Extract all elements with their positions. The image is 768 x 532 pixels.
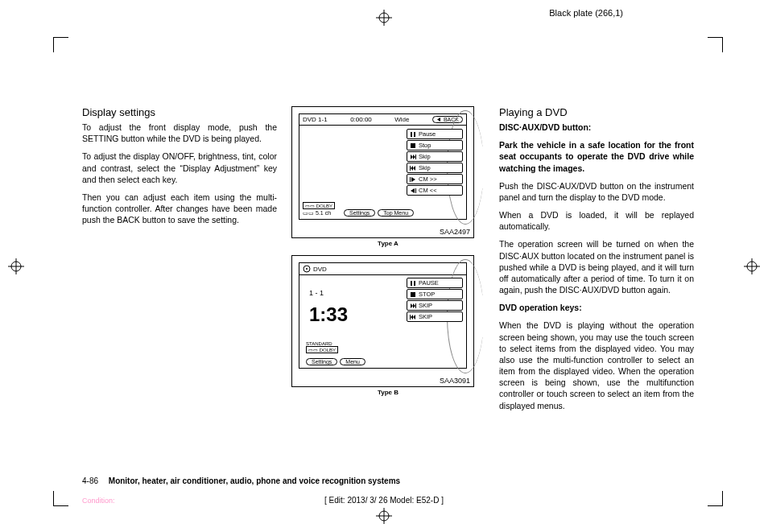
top-menu-button[interactable]: Top Menu (378, 209, 414, 217)
menu-label: PAUSE (419, 279, 439, 287)
svg-rect-15 (415, 155, 416, 159)
back-arrow-icon (436, 117, 442, 122)
figure-b-type: Type B (291, 389, 485, 396)
figure-a-menu: Pause Stop Skip Skip CM >> CM << (407, 129, 463, 196)
menu-label: CM << (419, 187, 437, 194)
track-number: 1 - 1 (309, 289, 324, 297)
cm-back-icon (410, 188, 416, 194)
dolby-badge: ▭▭ DOLBY (303, 202, 335, 209)
menu-cm-fwd[interactable]: CM >> (407, 174, 463, 184)
svg-rect-13 (414, 132, 415, 137)
heading-display-settings: Display settings (82, 106, 277, 118)
figure-b-buttons: Settings Menu (306, 358, 365, 365)
skip-back-icon (410, 165, 416, 171)
menu-skip-back[interactable]: SKIP (407, 311, 463, 322)
para: The operation screen will be turned on w… (499, 238, 694, 295)
menu-label: SKIP (419, 302, 432, 309)
subheading-disc-aux: DISC·AUX/DVD button: (499, 122, 694, 133)
column-figures: DVD 1-1 0:00:00 Wide BACK Pause Stop Ski… (291, 106, 485, 418)
menu-stop[interactable]: Stop (407, 140, 463, 151)
stop-icon (410, 142, 416, 149)
pause-icon (410, 280, 416, 287)
para: To adjust the display ON/OFF, brightness… (82, 151, 277, 185)
menu-label: Stop (419, 142, 431, 149)
figure-a-screen: DVD 1-1 0:00:00 Wide BACK Pause Stop Ski… (299, 113, 467, 220)
dvd-track-label: DVD 1-1 (303, 116, 328, 123)
cm-fwd-icon (410, 176, 416, 183)
figure-a-buttons: Settings Top Menu (344, 209, 414, 217)
column-left: Display settings To adjust the front dis… (82, 106, 277, 418)
channel-label: ▭▭ 5.1 ch (303, 210, 335, 217)
section-title: Monitor, heater, air conditioner, audio,… (109, 476, 400, 485)
page-number: 4-86 (82, 476, 98, 485)
figure-b-screen: DVD 1 - 1 1:33 PAUSE STOP SKIP SKIP STAN… (299, 262, 467, 369)
figure-a-type: Type A (291, 240, 485, 247)
skip-fwd-icon (410, 154, 416, 160)
menu-label: CM >> (419, 175, 437, 183)
edit-line: [ Edit: 2013/ 3/ 26 Model: E52-D ] (0, 496, 768, 505)
disc-icon (303, 265, 311, 273)
page-content: Display settings To adjust the front dis… (82, 106, 694, 418)
registration-mark-top (376, 10, 392, 26)
elapsed-time: 1:33 (309, 303, 348, 326)
para: To adjust the front display mode, push t… (82, 122, 277, 144)
warning-text: Park the vehicle in a safe location for … (499, 139, 694, 174)
menu-skip-back[interactable]: Skip (407, 163, 463, 173)
menu-pause[interactable]: PAUSE (407, 278, 463, 288)
svg-rect-22 (414, 281, 415, 286)
menu-skip-fwd[interactable]: SKIP (407, 300, 463, 311)
menu-button[interactable]: Menu (340, 358, 365, 365)
figure-b-box: DVD 1 - 1 1:33 PAUSE STOP SKIP SKIP STAN… (291, 255, 474, 387)
column-right: Playing a DVD DISC·AUX/DVD button: Park … (499, 106, 694, 418)
skip-back-icon (410, 314, 416, 320)
dvd-time: 0:00:00 (350, 116, 372, 123)
menu-label: Skip (419, 153, 431, 160)
menu-label: Pause (419, 130, 436, 138)
figure-b-header: DVD (299, 263, 466, 275)
svg-rect-14 (411, 143, 415, 148)
menu-cm-back[interactable]: CM << (407, 185, 463, 196)
crop-corner-tr (708, 37, 723, 52)
figure-b-code: SAA3091 (292, 375, 473, 386)
menu-label: STOP (419, 291, 435, 298)
subheading-operation-keys: DVD operation keys: (499, 302, 694, 313)
stop-icon (410, 291, 416, 298)
plate-header: Black plate (266,1) (549, 8, 623, 18)
svg-rect-25 (410, 315, 411, 320)
registration-mark-bottom (376, 508, 392, 524)
figure-a-box: DVD 1-1 0:00:00 Wide BACK Pause Stop Ski… (291, 106, 474, 238)
svg-rect-16 (410, 166, 411, 171)
page-footer: 4-86 Monitor, heater, air conditioner, a… (82, 476, 694, 485)
svg-rect-23 (411, 292, 415, 297)
registration-mark-left (8, 258, 24, 274)
dvd-label: DVD (313, 266, 327, 273)
menu-label: SKIP (419, 313, 432, 320)
settings-button[interactable]: Settings (344, 209, 375, 217)
figure-b-menu: PAUSE STOP SKIP SKIP (407, 278, 463, 323)
svg-rect-21 (411, 281, 412, 286)
menu-stop[interactable]: STOP (407, 289, 463, 299)
menu-pause[interactable]: Pause (407, 129, 463, 139)
heading-playing-dvd: Playing a DVD (499, 106, 694, 118)
para: Push the DISC·AUX/DVD button on the inst… (499, 180, 694, 203)
figure-b-badges: STANDARD ▭▭ DOLBY (306, 341, 338, 353)
menu-skip-fwd[interactable]: Skip (407, 151, 463, 162)
settings-button[interactable]: Settings (306, 358, 337, 365)
svg-point-20 (306, 268, 308, 270)
figure-a-bottom: ▭▭ DOLBY ▭▭ 5.1 ch (303, 202, 335, 217)
svg-rect-24 (415, 303, 416, 308)
svg-rect-17 (410, 177, 411, 182)
figure-a-header: DVD 1-1 0:00:00 Wide BACK (299, 114, 466, 126)
dvd-mode: Wide (394, 116, 409, 123)
para: Then you can adjust each item using the … (82, 192, 277, 226)
crop-corner-tl (53, 37, 68, 52)
para: When a DVD is loaded, it will be replaye… (499, 209, 694, 232)
skip-fwd-icon (410, 303, 416, 309)
pause-icon (410, 131, 416, 138)
menu-label: Skip (419, 164, 431, 171)
svg-rect-12 (411, 132, 412, 137)
figure-a-code: SAA2497 (292, 226, 473, 237)
registration-mark-right (744, 258, 760, 274)
para: When the DVD is playing without the oper… (499, 320, 694, 410)
dolby-badge: ▭▭ DOLBY (306, 346, 338, 353)
